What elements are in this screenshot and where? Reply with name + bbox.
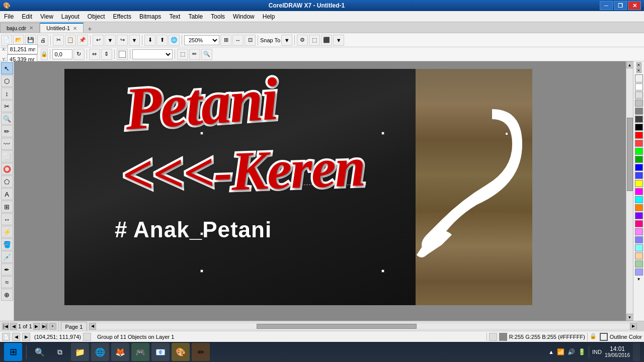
taskbar-app2[interactable]: 📧 [151, 343, 170, 361]
node-tool[interactable]: ⬡ [1, 75, 13, 87]
start-button[interactable]: ⊞ [4, 343, 22, 361]
palette-magenta[interactable] [635, 188, 643, 195]
add-tool[interactable]: ⊕ [1, 289, 13, 301]
fill-dropdown[interactable] [132, 49, 173, 59]
status-icon-3[interactable]: ▶ [22, 333, 30, 341]
page-last[interactable]: ▶| [41, 323, 48, 330]
menu-bitmaps[interactable]: Bitmaps [135, 11, 165, 22]
hscroll-track[interactable] [96, 324, 630, 329]
taskbar-taskview[interactable]: ⧉ [51, 343, 69, 361]
palette-white[interactable] [635, 83, 643, 90]
palette-black[interactable] [635, 124, 643, 131]
lock-proportions[interactable]: 🔒 [41, 49, 48, 60]
menu-object[interactable]: Object [84, 11, 109, 22]
palette-yellow[interactable] [635, 180, 643, 187]
outline-tool[interactable]: ✒ [1, 263, 13, 276]
polygon-tool[interactable]: ⬠ [1, 175, 13, 188]
tray-network[interactable]: 📶 [557, 348, 565, 355]
menu-window[interactable]: Window [229, 11, 259, 22]
tab-baju[interactable]: baju.cdr ✕ [0, 23, 40, 33]
table-tool[interactable]: ⊞ [1, 201, 13, 213]
palette-light-gray[interactable] [635, 92, 643, 99]
status-coord-icon[interactable] [83, 333, 91, 341]
page-first[interactable]: |◀ [2, 323, 9, 330]
tab-add-button[interactable]: + [84, 25, 96, 33]
tray-clock[interactable]: 14:01 19/06/2016 [605, 345, 630, 358]
vscroll-thumb[interactable] [627, 118, 633, 191]
palette-light-red[interactable] [635, 140, 643, 147]
taskbar-corel2[interactable]: ✏ [192, 343, 210, 361]
select-tool[interactable]: ↖ [1, 62, 13, 74]
rotation-input[interactable] [52, 49, 72, 59]
palette-blue[interactable] [635, 164, 643, 171]
menu-layout[interactable]: Layout [57, 11, 84, 22]
menu-tools[interactable]: Tools [207, 11, 229, 22]
tab-untitled-close[interactable]: ✕ [73, 26, 77, 31]
show-desktop[interactable] [633, 343, 640, 361]
palette-red[interactable] [635, 132, 643, 139]
eyedropper-tool[interactable]: 💉 [1, 251, 13, 263]
vscroll-track[interactable] [626, 68, 633, 314]
freehand-tool[interactable]: ✏ [1, 125, 13, 137]
undo-dropdown[interactable]: ▼ [105, 35, 116, 46]
tab-untitled[interactable]: Untitled-1 ✕ [40, 23, 84, 33]
palette-gray[interactable] [635, 108, 643, 115]
mirror-v[interactable]: ⇕ [101, 49, 112, 60]
fit-page[interactable]: ⊞ [220, 35, 231, 46]
menu-help[interactable]: Help [259, 11, 279, 22]
menu-table[interactable]: Table [184, 11, 207, 22]
mirror-h[interactable]: ⇔ [89, 49, 100, 60]
snap-dropdown[interactable]: ▼ [281, 35, 292, 46]
tray-volume[interactable]: 🔊 [568, 348, 575, 355]
palette-periwinkle[interactable] [635, 236, 643, 243]
import-button[interactable]: ⬇ [144, 35, 155, 46]
palette-none[interactable] [635, 74, 643, 82]
status-icon-1[interactable]: 📄 [2, 333, 10, 341]
taskbar-app1[interactable]: 🎮 [131, 343, 149, 361]
canvas-area[interactable]: Petani <<<-Keren # Anak_Petani [14, 61, 633, 321]
palette-pink[interactable] [635, 220, 643, 227]
hscroll-left[interactable]: ◀ [89, 323, 96, 330]
cut-button[interactable]: ✂ [53, 35, 64, 46]
undo-button[interactable]: ↩ [93, 35, 104, 46]
zoom-tool[interactable]: 🔍 [1, 113, 13, 125]
taskbar-firefox[interactable]: 🦊 [111, 343, 129, 361]
taskbar-search[interactable]: 🔍 [31, 343, 49, 361]
redo-button[interactable]: ↪ [117, 35, 128, 46]
tray-show-hidden[interactable]: ▲ [548, 349, 554, 355]
connector-tool[interactable]: ⚡ [1, 226, 13, 238]
palette-close-2[interactable]: ✕ [636, 68, 641, 73]
hscroll-right[interactable]: ▶ [630, 323, 637, 330]
print-button[interactable]: 🖨 [37, 35, 48, 46]
status-icon-2[interactable]: ◀ [12, 333, 20, 341]
vertical-scrollbar[interactable]: ▲ ▼ [626, 61, 633, 321]
smart-draw[interactable]: 〰 [1, 138, 13, 150]
minimize-button[interactable]: ─ [600, 1, 613, 10]
vscroll-up[interactable]: ▲ [626, 61, 633, 68]
fit-selection[interactable]: ⊡ [245, 35, 256, 46]
palette-gray-light[interactable] [635, 100, 643, 107]
page-next[interactable]: ▶ [33, 323, 40, 330]
page-tab[interactable]: Page 1 [61, 322, 88, 331]
x-input[interactable] [8, 44, 38, 54]
align-left[interactable]: ⬚ [309, 35, 320, 46]
blend-tool[interactable]: ≈ [1, 276, 13, 288]
tray-battery[interactable]: 🔋 [578, 348, 586, 355]
vscroll-down[interactable]: ▼ [626, 314, 633, 321]
restore-button[interactable]: ❐ [614, 1, 627, 10]
zoom-in[interactable]: 🔍 [201, 49, 212, 60]
options-button[interactable]: ⚙ [297, 35, 308, 46]
palette-close-1[interactable]: ✕ [636, 62, 641, 67]
eraser-tool[interactable]: ✏ [189, 49, 200, 60]
palette-cyan[interactable] [635, 196, 643, 203]
more-options[interactable]: ▼ [333, 35, 344, 46]
palette-light-cyan[interactable] [635, 244, 643, 251]
fit-width[interactable]: ↔ [232, 35, 244, 46]
taskbar-ie[interactable]: 🌐 [91, 343, 109, 361]
rectangle-tool[interactable]: ⬜ [1, 150, 13, 162]
page-prev[interactable]: ◀ [10, 323, 17, 330]
align-right[interactable]: ⬛ [321, 35, 332, 46]
palette-lavender[interactable] [635, 268, 643, 276]
transform-tool[interactable]: ↕ [1, 87, 13, 100]
palette-green[interactable] [635, 148, 643, 155]
